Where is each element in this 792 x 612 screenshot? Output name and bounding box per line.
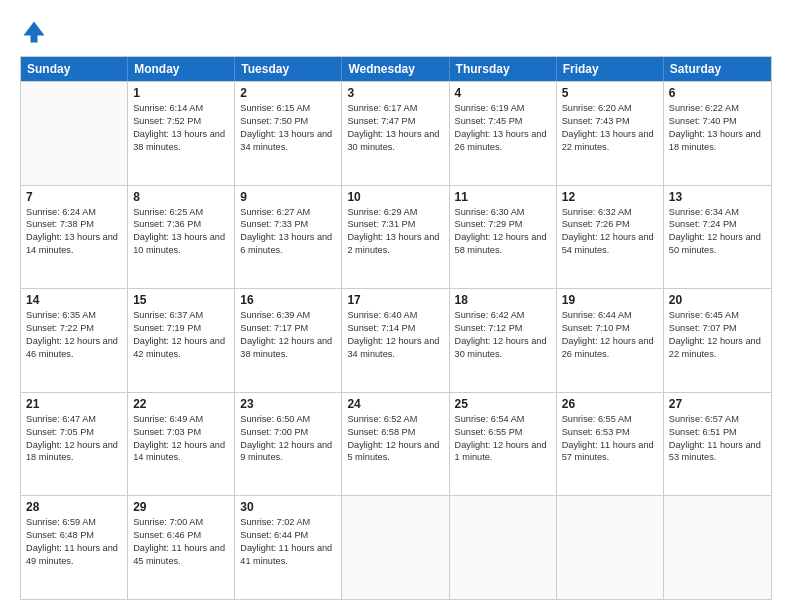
calendar-cell: 30Sunrise: 7:02 AMSunset: 6:44 PMDayligh… bbox=[235, 496, 342, 599]
logo bbox=[20, 18, 52, 46]
daylight-text: Daylight: 12 hours and 30 minutes. bbox=[455, 335, 551, 361]
calendar-cell: 20Sunrise: 6:45 AMSunset: 7:07 PMDayligh… bbox=[664, 289, 771, 392]
calendar-cell: 21Sunrise: 6:47 AMSunset: 7:05 PMDayligh… bbox=[21, 393, 128, 496]
daylight-text: Daylight: 12 hours and 5 minutes. bbox=[347, 439, 443, 465]
daylight-text: Daylight: 13 hours and 14 minutes. bbox=[26, 231, 122, 257]
daylight-text: Daylight: 13 hours and 30 minutes. bbox=[347, 128, 443, 154]
day-number: 9 bbox=[240, 190, 336, 204]
calendar-body: 1Sunrise: 6:14 AMSunset: 7:52 PMDaylight… bbox=[21, 81, 771, 599]
calendar-cell: 1Sunrise: 6:14 AMSunset: 7:52 PMDaylight… bbox=[128, 82, 235, 185]
calendar-header: SundayMondayTuesdayWednesdayThursdayFrid… bbox=[21, 57, 771, 81]
daylight-text: Daylight: 12 hours and 50 minutes. bbox=[669, 231, 766, 257]
sunrise-text: Sunrise: 6:27 AM bbox=[240, 206, 336, 219]
day-number: 22 bbox=[133, 397, 229, 411]
day-number: 16 bbox=[240, 293, 336, 307]
sunrise-text: Sunrise: 6:47 AM bbox=[26, 413, 122, 426]
daylight-text: Daylight: 13 hours and 26 minutes. bbox=[455, 128, 551, 154]
calendar-cell: 11Sunrise: 6:30 AMSunset: 7:29 PMDayligh… bbox=[450, 186, 557, 289]
calendar-cell bbox=[557, 496, 664, 599]
sunrise-text: Sunrise: 6:15 AM bbox=[240, 102, 336, 115]
sunset-text: Sunset: 7:50 PM bbox=[240, 115, 336, 128]
day-number: 2 bbox=[240, 86, 336, 100]
daylight-text: Daylight: 13 hours and 22 minutes. bbox=[562, 128, 658, 154]
daylight-text: Daylight: 13 hours and 38 minutes. bbox=[133, 128, 229, 154]
sunset-text: Sunset: 7:05 PM bbox=[26, 426, 122, 439]
day-number: 28 bbox=[26, 500, 122, 514]
sunrise-text: Sunrise: 6:20 AM bbox=[562, 102, 658, 115]
sunset-text: Sunset: 6:53 PM bbox=[562, 426, 658, 439]
calendar-cell bbox=[664, 496, 771, 599]
daylight-text: Daylight: 13 hours and 6 minutes. bbox=[240, 231, 336, 257]
day-number: 18 bbox=[455, 293, 551, 307]
daylight-text: Daylight: 11 hours and 53 minutes. bbox=[669, 439, 766, 465]
calendar-cell: 4Sunrise: 6:19 AMSunset: 7:45 PMDaylight… bbox=[450, 82, 557, 185]
day-number: 23 bbox=[240, 397, 336, 411]
sunset-text: Sunset: 7:14 PM bbox=[347, 322, 443, 335]
day-number: 19 bbox=[562, 293, 658, 307]
day-number: 3 bbox=[347, 86, 443, 100]
daylight-text: Daylight: 13 hours and 34 minutes. bbox=[240, 128, 336, 154]
daylight-text: Daylight: 12 hours and 38 minutes. bbox=[240, 335, 336, 361]
sunset-text: Sunset: 7:36 PM bbox=[133, 218, 229, 231]
calendar-cell: 24Sunrise: 6:52 AMSunset: 6:58 PMDayligh… bbox=[342, 393, 449, 496]
day-number: 1 bbox=[133, 86, 229, 100]
sunset-text: Sunset: 7:24 PM bbox=[669, 218, 766, 231]
sunrise-text: Sunrise: 6:40 AM bbox=[347, 309, 443, 322]
sunrise-text: Sunrise: 6:30 AM bbox=[455, 206, 551, 219]
weekday-header: Thursday bbox=[450, 57, 557, 81]
sunset-text: Sunset: 7:33 PM bbox=[240, 218, 336, 231]
calendar-row: 7Sunrise: 6:24 AMSunset: 7:38 PMDaylight… bbox=[21, 185, 771, 289]
weekday-header: Tuesday bbox=[235, 57, 342, 81]
sunset-text: Sunset: 7:29 PM bbox=[455, 218, 551, 231]
calendar-cell: 12Sunrise: 6:32 AMSunset: 7:26 PMDayligh… bbox=[557, 186, 664, 289]
day-number: 20 bbox=[669, 293, 766, 307]
calendar-cell: 23Sunrise: 6:50 AMSunset: 7:00 PMDayligh… bbox=[235, 393, 342, 496]
sunrise-text: Sunrise: 6:17 AM bbox=[347, 102, 443, 115]
sunrise-text: Sunrise: 6:50 AM bbox=[240, 413, 336, 426]
sunrise-text: Sunrise: 6:24 AM bbox=[26, 206, 122, 219]
sunrise-text: Sunrise: 6:54 AM bbox=[455, 413, 551, 426]
sunrise-text: Sunrise: 6:34 AM bbox=[669, 206, 766, 219]
day-number: 21 bbox=[26, 397, 122, 411]
daylight-text: Daylight: 11 hours and 41 minutes. bbox=[240, 542, 336, 568]
calendar-row: 14Sunrise: 6:35 AMSunset: 7:22 PMDayligh… bbox=[21, 288, 771, 392]
calendar-row: 28Sunrise: 6:59 AMSunset: 6:48 PMDayligh… bbox=[21, 495, 771, 599]
sunrise-text: Sunrise: 6:35 AM bbox=[26, 309, 122, 322]
daylight-text: Daylight: 11 hours and 57 minutes. bbox=[562, 439, 658, 465]
sunset-text: Sunset: 6:55 PM bbox=[455, 426, 551, 439]
sunrise-text: Sunrise: 6:49 AM bbox=[133, 413, 229, 426]
day-number: 4 bbox=[455, 86, 551, 100]
calendar-row: 21Sunrise: 6:47 AMSunset: 7:05 PMDayligh… bbox=[21, 392, 771, 496]
day-number: 14 bbox=[26, 293, 122, 307]
calendar-cell: 29Sunrise: 7:00 AMSunset: 6:46 PMDayligh… bbox=[128, 496, 235, 599]
daylight-text: Daylight: 12 hours and 58 minutes. bbox=[455, 231, 551, 257]
day-number: 26 bbox=[562, 397, 658, 411]
day-number: 6 bbox=[669, 86, 766, 100]
weekday-header: Saturday bbox=[664, 57, 771, 81]
sunrise-text: Sunrise: 6:29 AM bbox=[347, 206, 443, 219]
weekday-header: Monday bbox=[128, 57, 235, 81]
sunrise-text: Sunrise: 6:25 AM bbox=[133, 206, 229, 219]
sunset-text: Sunset: 7:10 PM bbox=[562, 322, 658, 335]
calendar-cell: 9Sunrise: 6:27 AMSunset: 7:33 PMDaylight… bbox=[235, 186, 342, 289]
daylight-text: Daylight: 12 hours and 14 minutes. bbox=[133, 439, 229, 465]
day-number: 11 bbox=[455, 190, 551, 204]
calendar-cell: 3Sunrise: 6:17 AMSunset: 7:47 PMDaylight… bbox=[342, 82, 449, 185]
sunrise-text: Sunrise: 7:02 AM bbox=[240, 516, 336, 529]
sunrise-text: Sunrise: 6:14 AM bbox=[133, 102, 229, 115]
sunset-text: Sunset: 7:22 PM bbox=[26, 322, 122, 335]
calendar-row: 1Sunrise: 6:14 AMSunset: 7:52 PMDaylight… bbox=[21, 81, 771, 185]
daylight-text: Daylight: 13 hours and 2 minutes. bbox=[347, 231, 443, 257]
calendar-cell bbox=[342, 496, 449, 599]
sunrise-text: Sunrise: 6:44 AM bbox=[562, 309, 658, 322]
calendar-cell: 22Sunrise: 6:49 AMSunset: 7:03 PMDayligh… bbox=[128, 393, 235, 496]
sunrise-text: Sunrise: 6:39 AM bbox=[240, 309, 336, 322]
daylight-text: Daylight: 13 hours and 10 minutes. bbox=[133, 231, 229, 257]
calendar-cell bbox=[450, 496, 557, 599]
sunset-text: Sunset: 7:43 PM bbox=[562, 115, 658, 128]
sunset-text: Sunset: 7:52 PM bbox=[133, 115, 229, 128]
header bbox=[20, 18, 772, 46]
daylight-text: Daylight: 13 hours and 18 minutes. bbox=[669, 128, 766, 154]
sunrise-text: Sunrise: 6:42 AM bbox=[455, 309, 551, 322]
calendar-cell: 5Sunrise: 6:20 AMSunset: 7:43 PMDaylight… bbox=[557, 82, 664, 185]
